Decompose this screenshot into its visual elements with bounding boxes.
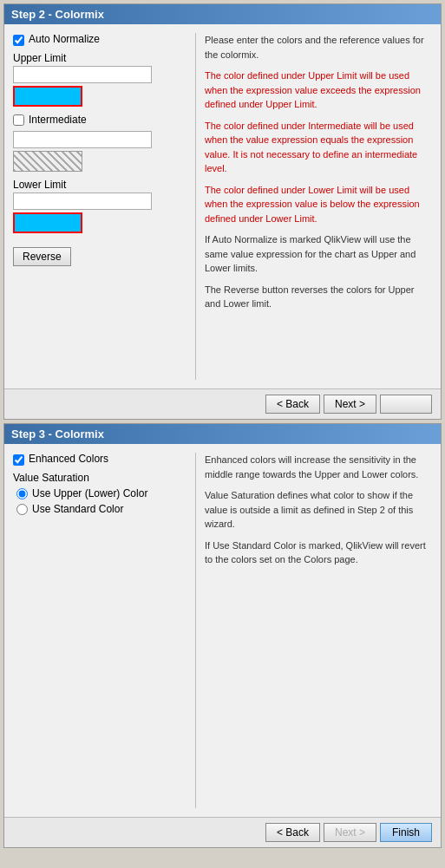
intermediate-checkbox[interactable] <box>13 114 24 126</box>
step2-info: Please enter the colors and the referenc… <box>195 33 432 380</box>
step2-info-6: The Reverse button reverses the colors f… <box>205 283 432 311</box>
step3-info-1: Enhanced colors will increase the sensit… <box>205 453 432 481</box>
radio-upper-lower-label: Use Upper (Lower) Color <box>32 487 147 499</box>
step3-info-2: Value Saturation defines what color to s… <box>205 488 432 532</box>
step2-title: Step 2 - Colormix <box>4 4 441 24</box>
auto-normalize-label: Auto Normalize <box>29 33 100 45</box>
upper-limit-input[interactable] <box>13 66 152 83</box>
intermediate-input[interactable] <box>13 131 152 148</box>
lower-color-button[interactable] <box>13 212 82 233</box>
lower-limit-group: Lower Limit <box>13 179 187 233</box>
step3-controls: Enhanced Colors Value Saturation Use Upp… <box>13 453 195 808</box>
step2-extra-button <box>380 395 432 414</box>
step2-controls: Auto Normalize Upper Limit Intermediate … <box>13 33 195 380</box>
step3-info-3: If Use Standard Color is marked, QlikVie… <box>205 538 432 567</box>
step2-info-5: If Auto Normalize is marked QlikView wil… <box>205 232 432 276</box>
intermediate-row: Intermediate <box>13 114 187 126</box>
auto-normalize-row: Auto Normalize <box>13 33 187 47</box>
step3-footer: < Back Next > Finish <box>4 817 441 847</box>
enhanced-colors-label: Enhanced Colors <box>29 453 108 465</box>
step2-panel: Step 2 - Colormix Auto Normalize Upper L… <box>3 3 442 420</box>
reverse-button[interactable]: Reverse <box>13 247 71 266</box>
value-saturation-label: Value Saturation <box>13 472 187 484</box>
intermediate-label: Intermediate <box>29 114 87 126</box>
radio-upper-lower[interactable] <box>16 488 28 499</box>
step3-finish-button[interactable]: Finish <box>380 823 432 842</box>
radio-standard-color[interactable] <box>16 504 28 515</box>
lower-limit-input[interactable] <box>13 193 152 210</box>
step2-back-button[interactable]: < Back <box>265 395 320 414</box>
step3-info: Enhanced colors will increase the sensit… <box>195 453 432 808</box>
step2-next-button[interactable]: Next > <box>324 395 376 414</box>
upper-color-button[interactable] <box>13 86 82 107</box>
step2-info-4: The color defined under Lower Limit will… <box>205 183 432 226</box>
step2-info-3: The color defined under Intermediate wil… <box>205 119 432 176</box>
enhanced-colors-row: Enhanced Colors <box>13 453 187 467</box>
enhanced-colors-checkbox[interactable] <box>13 454 24 466</box>
step2-info-2: The color defined under Upper Limit will… <box>205 69 432 112</box>
upper-limit-label: Upper Limit <box>13 52 187 64</box>
step3-panel: Step 3 - Colormix Enhanced Colors Value … <box>3 423 442 848</box>
radio-standard-row: Use Standard Color <box>16 503 187 515</box>
auto-normalize-checkbox[interactable] <box>13 35 24 46</box>
radio-standard-label: Use Standard Color <box>32 503 123 515</box>
step2-info-1: Please enter the colors and the referenc… <box>205 33 432 62</box>
value-saturation-group: Use Upper (Lower) Color Use Standard Col… <box>16 487 187 515</box>
step2-footer: < Back Next > <box>4 388 441 419</box>
step3-back-button[interactable]: < Back <box>265 823 320 842</box>
step3-title: Step 3 - Colormix <box>4 424 441 444</box>
intermediate-section: Intermediate <box>13 114 187 172</box>
intermediate-color-box[interactable] <box>13 151 82 172</box>
lower-limit-label: Lower Limit <box>13 179 187 191</box>
upper-limit-group: Upper Limit <box>13 52 187 107</box>
step3-next-button: Next > <box>324 823 376 842</box>
radio-upper-lower-row: Use Upper (Lower) Color <box>16 487 187 499</box>
